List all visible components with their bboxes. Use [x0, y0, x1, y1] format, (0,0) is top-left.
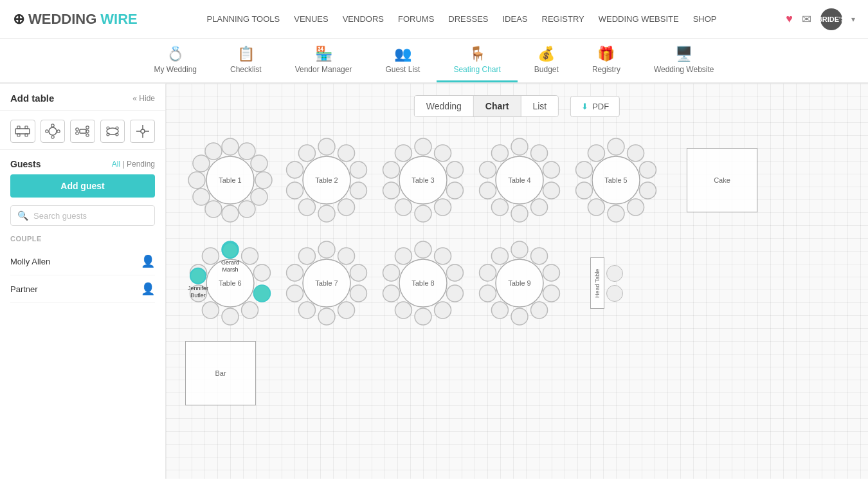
table-cake-label: Cake [714, 176, 730, 184]
svg-point-108 [298, 302, 315, 318]
svg-point-31 [255, 172, 272, 189]
nav-links: Wedding PLANNING TOOLS VENUES VENDORS FO… [207, 14, 717, 24]
tab-chart[interactable]: Chart [474, 96, 521, 116]
guests-filter-links: All | Pending [112, 160, 155, 169]
subnav-wedding-website[interactable]: 🖥️ Wedding Website [637, 39, 731, 82]
subnav-my-wedding[interactable]: 💍 My Wedding [138, 39, 213, 82]
all-link[interactable]: All [112, 160, 120, 169]
add-guest-button[interactable]: Add guest [10, 174, 155, 198]
svg-point-48 [298, 199, 315, 216]
svg-point-132 [491, 302, 508, 318]
svg-text:Table 8: Table 8 [411, 279, 434, 287]
head-table-seats [606, 265, 623, 302]
nav-ideas[interactable]: IDEAS [502, 14, 527, 24]
svg-text:Table 6: Table 6 [219, 279, 241, 287]
avatar[interactable]: BRIDE'S [820, 8, 842, 30]
couple-label: COUPLE [10, 235, 155, 243]
search-input[interactable] [33, 211, 148, 221]
svg-point-104 [350, 264, 366, 281]
nav-shop[interactable]: SHOP [693, 14, 717, 24]
search-box: 🔍 [10, 205, 155, 226]
svg-point-119 [415, 308, 431, 325]
table-8[interactable]: Table 8 Table 8 [378, 238, 468, 328]
subnav-checklist[interactable]: 📋 Checklist [213, 39, 278, 82]
svg-point-110 [287, 264, 303, 281]
guest-name-molly: Molly Allen [10, 257, 50, 266]
svg-point-121 [383, 285, 400, 302]
svg-point-33 [239, 201, 255, 217]
table-bar[interactable]: Bar [185, 341, 256, 405]
logo-wire: WIRE [100, 11, 137, 28]
add-head-table-btn[interactable] [70, 120, 95, 143]
logo[interactable]: ⊕ WEDDINGWIRE [13, 11, 138, 28]
svg-point-39 [205, 143, 222, 160]
table-1[interactable]: Table 1 Table 1 [185, 135, 275, 225]
svg-point-28 [222, 138, 239, 155]
subnav-budget-label: Budget [534, 65, 559, 74]
checklist-icon: 📋 [237, 46, 255, 62]
svg-point-21 [141, 129, 145, 133]
svg-point-130 [531, 302, 548, 318]
head-table-seat-1 [606, 265, 623, 282]
svg-point-127 [531, 248, 548, 264]
subnav-seating-chart[interactable]: 🪑 Seating Chart [437, 39, 517, 82]
tab-list[interactable]: List [521, 96, 558, 116]
guest-seat-gerard [222, 242, 239, 259]
guest-avatar-icon-molly[interactable]: 👤 [141, 254, 155, 268]
nav-wedding-website[interactable]: WEDDING WEBSITE [599, 14, 679, 24]
table-7[interactable]: Table 7 Table 7 [282, 238, 372, 328]
svg-point-102 [318, 241, 335, 258]
svg-point-7 [51, 136, 54, 138]
add-rect-table-btn[interactable] [10, 120, 35, 143]
nav-forums[interactable]: FORUMS [398, 14, 434, 24]
pending-link[interactable]: Pending [127, 160, 155, 169]
svg-point-56 [446, 162, 463, 178]
svg-point-8 [46, 130, 48, 133]
chevron-down-icon[interactable]: ▾ [851, 15, 855, 24]
svg-point-55 [435, 145, 451, 162]
table-5[interactable]: Table 5 Table 5 [571, 135, 661, 225]
table-4[interactable]: Table 4 Table 4 [475, 135, 565, 225]
svg-text:Table 2: Table 2 [315, 176, 338, 184]
table-9[interactable]: Table 9 Table 9 [475, 238, 565, 328]
subnav-registry[interactable]: 🎁 Registry [575, 39, 637, 82]
svg-point-42 [318, 138, 335, 155]
nav-planning-tools[interactable]: PLANNING TOOLS [207, 14, 280, 24]
svg-point-61 [383, 182, 400, 199]
nav-venues[interactable]: VENUES [294, 14, 328, 24]
head-table-seat-2 [606, 285, 623, 302]
table-6[interactable]: Table 6 Table 6 GerardMarsh JenniferButl… [185, 238, 275, 328]
sidebar-header: Add table « Hide [0, 84, 165, 111]
pdf-icon: ⬇ [581, 102, 588, 111]
nav-vendors[interactable]: VENDORS [343, 14, 384, 24]
add-round-table-btn[interactable] [41, 120, 66, 143]
head-table[interactable]: Head Table [590, 257, 623, 309]
subnav-seating-chart-label: Seating Chart [453, 65, 500, 74]
svg-point-133 [480, 285, 496, 302]
table-cake[interactable]: Cake [687, 148, 757, 212]
svg-text:Table 3: Table 3 [411, 176, 434, 184]
subnav-guest-list[interactable]: 👥 Guest List [368, 39, 437, 82]
tab-wedding[interactable]: Wedding [415, 96, 474, 116]
table-3[interactable]: Table 3 Table 3 [378, 135, 468, 225]
svg-point-45 [350, 182, 366, 199]
subnav-budget[interactable]: 💰 Budget [518, 39, 575, 82]
svg-point-29 [239, 143, 255, 160]
add-oval-table-btn[interactable] [100, 120, 125, 143]
svg-point-135 [491, 248, 508, 264]
nav-dresses[interactable]: DRESSES [448, 14, 488, 24]
favorites-icon[interactable]: ♥ [786, 12, 793, 26]
subnav-vendor-manager[interactable]: 🏪 Vendor Manager [278, 39, 369, 82]
nav-registry[interactable]: REGISTRY [542, 14, 584, 24]
table-2[interactable]: Table 2 Table 2 [282, 135, 372, 225]
guest-avatar-icon-partner[interactable]: 👤 [141, 282, 155, 296]
svg-point-105 [350, 285, 366, 302]
hide-button[interactable]: « Hide [132, 94, 155, 103]
add-custom-table-btn[interactable] [130, 120, 155, 143]
mail-icon[interactable]: ✉ [802, 12, 811, 26]
svg-point-74 [480, 162, 496, 178]
my-wedding-icon: 💍 [167, 46, 184, 62]
svg-point-75 [491, 145, 508, 162]
pdf-button[interactable]: ⬇ PDF [570, 96, 620, 117]
svg-point-50 [287, 162, 303, 178]
